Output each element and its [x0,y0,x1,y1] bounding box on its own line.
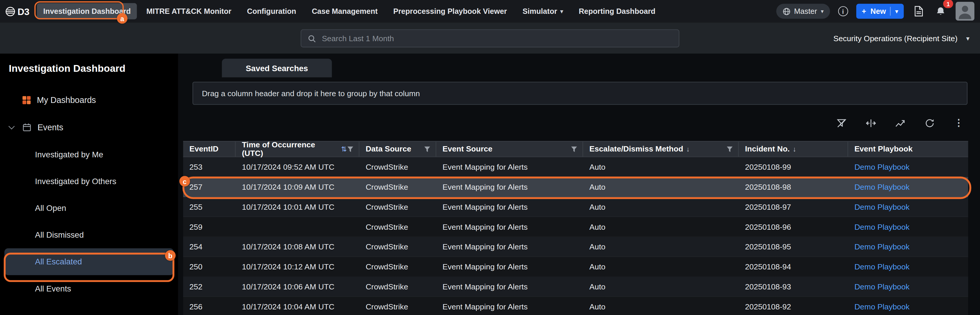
sidebar-item-label: Investigated by Me [35,150,103,159]
fit-columns-icon[interactable] [864,116,877,130]
filter-icon[interactable] [347,146,353,152]
cell-time: 10/17/2024 10:01 AM UTC [236,197,360,217]
event-playbook-link[interactable]: Demo Playbook [848,277,968,296]
nav-mitre-attack-monitor[interactable]: MITRE ATT&CK Monitor [140,3,238,19]
cell-data-source: CrowdStrike [360,237,436,256]
sort-down-icon[interactable]: ↓ [793,145,796,153]
user-avatar[interactable] [956,2,974,21]
site-selector-dropdown[interactable]: Security Operations (Recipient Site) ▼ [830,29,974,47]
clear-filter-icon[interactable] [834,116,848,130]
info-glyph: i [842,8,844,15]
event-playbook-link[interactable]: Demo Playbook [848,257,968,277]
cell-method: Auto [583,197,739,217]
new-button[interactable]: + New ▾ [856,4,904,19]
notifications-icon[interactable]: 1 [934,4,948,19]
event-playbook-link[interactable]: Demo Playbook [848,217,968,236]
master-version-selector[interactable]: Master ▾ [776,4,830,19]
chevron-down-icon [8,123,15,130]
grid-toolbar: ⋮ [183,114,968,131]
cell-event-source: Event Mapping for Alerts [436,297,583,315]
table-row[interactable]: 254 10/17/2024 10:08 AM UTC CrowdStrike … [183,237,968,257]
main-content: Saved Searches Drag a column header and … [178,54,980,315]
cell-event-id: 256 [183,297,236,315]
col-header-event-source[interactable]: Event Source [436,142,583,157]
event-playbook-link[interactable]: Demo Playbook [848,237,968,256]
table-row[interactable]: 253 10/17/2024 09:52 AM UTC CrowdStrike … [183,157,968,177]
cell-event-source: Event Mapping for Alerts [436,277,583,296]
sidebar-item-all-events[interactable]: All Events [0,275,178,302]
sidebar-group-events[interactable]: Events [0,114,178,141]
calendar-icon [22,123,31,132]
event-playbook-link[interactable]: Demo Playbook [848,197,968,217]
cell-time: 10/17/2024 10:12 AM UTC [236,257,360,277]
sidebar-item-all-escalated[interactable]: All Escalated [5,248,174,275]
nav-label: Reporting Dashboard [579,7,655,16]
table-row[interactable]: 259 CrowdStrike Event Mapping for Alerts… [183,217,968,237]
nav-configuration[interactable]: Configuration [241,3,302,19]
cell-event-source: Event Mapping for Alerts [436,257,583,277]
document-icon[interactable] [912,4,926,19]
d3-logo[interactable]: D3 [0,6,37,16]
nav-label: Case Management [312,7,378,16]
group-by-dropzone[interactable]: Drag a column header and drop it here to… [192,82,967,105]
cell-time: 10/17/2024 10:06 AM UTC [236,277,360,296]
nav-preprocessing-playbook-viewer[interactable]: Preprocessing Playbook Viewer [387,3,513,19]
sidebar-item-all-open[interactable]: All Open [0,195,178,222]
nav-label: Configuration [247,7,296,16]
chevron-down-icon: ▾ [560,8,563,14]
sidebar-item-my-dashboards[interactable]: My Dashboards [0,86,178,114]
top-navbar: D3 Investigation Dashboard MITRE ATT&CK … [0,0,980,22]
cell-event-id: 254 [183,237,236,256]
more-options-icon[interactable]: ⋮ [952,116,966,130]
sort-down-icon[interactable]: ↓ [686,145,690,153]
nav-case-management[interactable]: Case Management [305,3,384,19]
table-row[interactable]: 250 10/17/2024 10:12 AM UTC CrowdStrike … [183,257,968,277]
table-row-selected[interactable]: 257 10/17/2024 10:09 AM UTC CrowdStrike … [183,177,968,197]
nav-simulator[interactable]: Simulator▾ [516,3,569,19]
sidebar-group-label: Events [37,123,64,132]
event-playbook-link[interactable]: Demo Playbook [848,297,968,315]
filter-icon[interactable] [571,146,578,152]
sidebar-item-investigated-by-others[interactable]: Investigated by Others [0,168,178,195]
sidebar-item-label: All Dismissed [35,230,84,240]
info-icon[interactable]: i [838,6,848,16]
cell-event-source: Event Mapping for Alerts [436,197,583,217]
cell-incident-no: 20250108-96 [739,217,848,236]
col-header-data-source[interactable]: Data Source [360,142,436,157]
sidebar-item-all-dismissed[interactable]: All Dismissed [0,222,178,248]
nav-investigation-dashboard[interactable]: Investigation Dashboard [37,3,137,19]
table-row[interactable]: 256 10/17/2024 10:04 AM UTC CrowdStrike … [183,297,968,315]
search-icon [308,34,317,43]
button-divider [891,7,891,16]
column-label: Event Playbook [854,145,913,154]
cell-method: Auto [583,157,739,177]
col-header-event-playbook[interactable]: Event Playbook [848,142,968,157]
new-button-label: New [870,7,886,16]
event-playbook-link[interactable]: Demo Playbook [848,177,968,196]
col-header-event-id[interactable]: EventID [183,142,236,157]
sidebar-item-investigated-by-me[interactable]: Investigated by Me [0,141,178,168]
cell-data-source: CrowdStrike [360,177,436,196]
tab-saved-searches[interactable]: Saved Searches [222,59,332,78]
cell-method: Auto [583,297,739,315]
refresh-icon[interactable] [923,116,936,130]
cell-incident-no: 20250108-92 [739,297,848,315]
col-header-incident-no[interactable]: Incident No. ↓ [739,142,848,157]
cell-data-source: CrowdStrike [360,257,436,277]
main-nav: Investigation Dashboard MITRE ATT&CK Mon… [37,3,662,19]
topbar-right-cluster: Master ▾ i + New ▾ 1 [776,2,980,21]
nav-reporting-dashboard[interactable]: Reporting Dashboard [573,3,662,19]
global-search[interactable] [301,29,679,47]
col-header-time[interactable]: Time of Occurrence (UTC) ⇅ [236,142,360,157]
search-input[interactable] [322,34,672,43]
table-row[interactable]: 252 10/17/2024 10:06 AM UTC CrowdStrike … [183,277,968,297]
table-row[interactable]: 255 10/17/2024 10:01 AM UTC CrowdStrike … [183,197,968,217]
nav-label: Preprocessing Playbook Viewer [393,7,507,16]
kebab-glyph: ⋮ [954,117,964,128]
sort-both-icon[interactable]: ⇅ [341,145,347,153]
filter-icon[interactable] [424,146,431,152]
chart-view-icon[interactable] [893,116,907,130]
event-playbook-link[interactable]: Demo Playbook [848,157,968,177]
col-header-escalate-dismiss-method[interactable]: Escalate/Dismiss Method ↓ [583,142,739,157]
filter-icon[interactable] [726,146,733,152]
